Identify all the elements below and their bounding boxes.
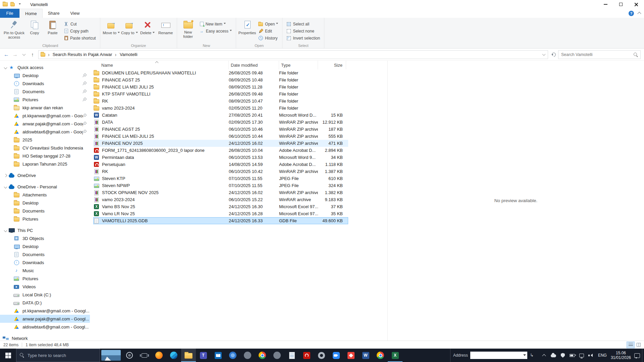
invert-selection-button[interactable]: Invert selection: [284, 35, 322, 42]
STOCK OPNAME NOV 2025[interactable]: STOCK OPNAME NOV 2025 24/12/2025 16.02 W…: [93, 189, 348, 196]
sidebar-item[interactable]: Local Disk (C:): [0, 291, 90, 299]
onedrive-tray-icon[interactable]: [550, 352, 556, 359]
taskbar-search[interactable]: [16, 349, 100, 362]
FINANCE NOV 2025[interactable]: FINANCE NOV 2025 24/12/2025 16.02 WinRAR…: [93, 140, 348, 147]
outlook-icon[interactable]: [211, 349, 225, 362]
sidebar-item[interactable]: anwar.pajak@gmail.com - Googl...: [0, 120, 90, 128]
qat-folder-button[interactable]: [10, 3, 15, 6]
RK[interactable]: RK 08/09/2025 10.47 File folder: [93, 98, 348, 105]
sidebar-item[interactable]: OneDrive: [0, 171, 90, 179]
address-history-icon[interactable]: [542, 52, 546, 56]
app-icon-1[interactable]: [240, 349, 255, 362]
help-icon[interactable]: [629, 11, 634, 16]
teams-icon[interactable]: [196, 349, 211, 362]
chevron-down-icon[interactable]: [523, 354, 526, 357]
FINANCE LIA MEI JULI 25[interactable]: FINANCE LIA MEI JULI 25 08/09/2025 11.28…: [93, 83, 348, 90]
sidebar-item[interactable]: Pictures: [0, 96, 90, 104]
firefox-icon[interactable]: [152, 349, 166, 362]
sidebar-item[interactable]: Desktop: [0, 242, 90, 250]
breadcrumb-item[interactable]: Search Results in Pajak Anwar: [52, 51, 119, 59]
close-button[interactable]: [629, 0, 644, 9]
ribbon-tab[interactable]: Share: [43, 9, 65, 18]
select-all-button[interactable]: Select all: [284, 20, 322, 27]
sidebar-item[interactable]: aldiswbtax6@gmail.com - Googl...: [0, 128, 90, 136]
sidebar-item[interactable]: Network: [0, 334, 90, 341]
sidebar-item[interactable]: Pictures: [0, 275, 90, 283]
acrobat-icon[interactable]: [299, 349, 314, 362]
chrome-icon[interactable]: [255, 349, 270, 362]
breadcrumb-item[interactable]: Vamotelli: [119, 51, 138, 59]
column-header-type[interactable]: Type: [279, 61, 318, 69]
select-none-button[interactable]: Select none: [284, 27, 322, 35]
battery-tray-icon[interactable]: [569, 352, 575, 359]
ribbon-tab[interactable]: Home: [19, 9, 43, 18]
ribbon-tab[interactable]: View: [65, 9, 85, 18]
sidebar-item[interactable]: pt.kkpanwar@gmail.com - Googl...: [0, 112, 90, 120]
delete-button[interactable]: Delete: [139, 19, 157, 35]
sidebar-item[interactable]: Attachments: [0, 191, 90, 199]
sidebar-item[interactable]: Downloads: [0, 79, 90, 87]
back-button[interactable]: [2, 50, 11, 59]
security-tray-icon[interactable]: [560, 352, 566, 359]
cut-button[interactable]: Cut: [62, 20, 98, 27]
address-toolbar-input[interactable]: [470, 352, 527, 359]
FORM_1771_624138608036000_2023_0 lapor done[interactable]: FORM_1771_624138608036000_2023_0 lapor d…: [93, 147, 348, 154]
show-desktop-button[interactable]: [642, 349, 644, 362]
Vamo LR Nov 25[interactable]: Vamo LR Nov 25 24/12/2025 16.28 Microsof…: [93, 210, 348, 217]
collapse-ribbon-icon[interactable]: [637, 12, 641, 15]
sidebar-item[interactable]: Pictures: [0, 215, 90, 223]
edge-icon[interactable]: [166, 349, 181, 362]
sidebar-item[interactable]: Laporan Tahunan 2025: [0, 160, 90, 168]
vamo 2023-2024[interactable]: vamo 2023-2024 06/10/2025 15.22 WinRAR a…: [93, 196, 348, 203]
easy-access-button[interactable]: Easy access: [197, 27, 234, 35]
sidebar-item[interactable]: OneDrive - Personal: [0, 183, 90, 191]
file-explorer-icon[interactable]: [181, 349, 196, 362]
sidebar-item[interactable]: Downloads: [0, 258, 90, 266]
zoom-icon[interactable]: [329, 349, 343, 362]
address-field[interactable]: Search Results in Pajak AnwarVamotelli: [38, 50, 548, 59]
move-to-button[interactable]: Move to: [102, 19, 120, 35]
app-icon-2[interactable]: [270, 349, 284, 362]
new-item-button[interactable]: New item: [197, 20, 234, 27]
search-input[interactable]: [558, 51, 640, 59]
sidebar-item[interactable]: anwar.pajak@gmail.com - Googl... (H:): [0, 315, 90, 323]
sidebar-item[interactable]: Quick access: [0, 63, 90, 71]
column-header-size[interactable]: Size: [318, 61, 346, 69]
chevron-icon[interactable]: [4, 229, 7, 232]
sidebar-item[interactable]: Music: [0, 266, 90, 275]
qat-customize-icon[interactable]: [19, 3, 21, 6]
file-menu-button[interactable]: File: [0, 9, 19, 18]
FINANCE LIA MEI-JULI 25[interactable]: FINANCE LIA MEI-JULI 25 06/10/2025 10.44…: [93, 133, 348, 140]
address-go-icon[interactable]: [530, 353, 535, 358]
chevron-icon[interactable]: [4, 174, 7, 177]
sidebar-item[interactable]: Documents: [0, 87, 90, 96]
pin-to-quick-access-button[interactable]: Pin to Quick access: [3, 19, 25, 40]
sidebar-item[interactable]: Documents: [0, 250, 90, 258]
start-button[interactable]: [0, 349, 16, 362]
settings-icon[interactable]: [314, 349, 329, 362]
sidebar-item[interactable]: aldiswbtax6@gmail.com - Googl... (I:): [0, 323, 90, 331]
cortana-icon[interactable]: [122, 349, 137, 362]
chevron-icon[interactable]: [4, 66, 7, 69]
history-button[interactable]: History: [256, 35, 280, 42]
column-header-date-modified[interactable]: Date modified: [229, 61, 279, 69]
paste-button[interactable]: Paste: [44, 19, 62, 35]
word-icon[interactable]: [358, 349, 373, 362]
FINANCE AGST 25[interactable]: FINANCE AGST 25 08/09/2025 10.48 File fo…: [93, 76, 348, 83]
minimize-button[interactable]: [598, 0, 613, 9]
details-view-button[interactable]: [627, 342, 635, 348]
language-indicator[interactable]: ENG: [597, 353, 607, 358]
sidebar-item[interactable]: Documents: [0, 207, 90, 215]
clock[interactable]: 15.06 31/01/2026: [611, 351, 631, 360]
Steven NPWP[interactable]: Steven NPWP 07/10/2025 11.55 JPEG File 3…: [93, 182, 348, 189]
column-header-name[interactable]: Name: [93, 61, 229, 69]
chrome-icon-2[interactable]: [373, 349, 388, 362]
Steven KTP[interactable]: Steven KTP 07/10/2025 11.55 JPEG File 61…: [93, 175, 348, 182]
copy-to-button[interactable]: Copy to: [120, 19, 139, 35]
task-view-icon[interactable]: [137, 349, 152, 362]
sidebar-item[interactable]: This PC: [0, 226, 90, 234]
sidebar-item[interactable]: Desktop: [0, 199, 90, 207]
up-button[interactable]: [28, 50, 37, 59]
sidebar-item[interactable]: DATA (D:): [0, 299, 90, 307]
rename-button[interactable]: Rename: [157, 19, 175, 35]
